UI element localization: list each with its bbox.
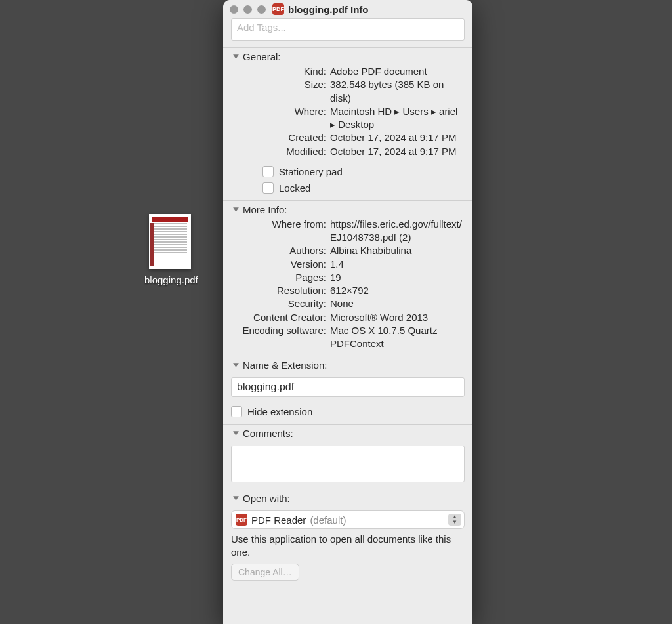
section-header-general[interactable]: General: [223,48,472,65]
label-content-creator: Content Creator: [231,311,326,324]
filename-value: blogging.pdf [237,381,294,393]
value-security: None [330,297,465,310]
open-with-app: PDF Reader [251,514,306,526]
value-version: 1.4 [330,258,465,271]
value-resolution: 612×792 [330,284,465,297]
value-authors: Albina Khabibulina [330,244,465,257]
more-info-grid: Where from: https://files.eric.ed.gov/fu… [223,218,472,356]
stationery-label: Stationery pad [279,166,343,177]
value-kind: Adobe PDF document [330,65,465,78]
label-size: Size: [231,78,326,105]
chevron-down-icon [231,361,240,370]
open-with-select[interactable]: PDF PDF Reader (default) ▲▼ [231,510,465,529]
value-created: October 17, 2024 at 9:17 PM [330,131,465,144]
value-modified: October 17, 2024 at 9:17 PM [330,145,465,158]
section-title: Open with: [243,493,290,504]
label-modified: Modified: [231,145,326,158]
tags-placeholder: Add Tags... [237,22,286,33]
value-pages: 19 [330,271,465,284]
svg-marker-1 [233,207,239,212]
minimize-button[interactable] [243,5,252,14]
desktop-file[interactable]: blogging.pdf [144,214,196,285]
pdf-icon: PDF [236,514,247,526]
titlebar[interactable]: PDF blogging.pdf Info [223,0,472,18]
open-with-note: Use this application to open all documen… [223,533,472,564]
info-window: PDF blogging.pdf Info Add Tags... Genera… [223,0,472,624]
section-header-comments[interactable]: Comments: [223,425,472,442]
hide-ext-row: Hide extension [223,404,472,424]
section-header-name-ext[interactable]: Name & Extension: [223,356,472,373]
locked-row: Locked [223,180,472,200]
section-title: General: [243,51,281,62]
label-security: Security: [231,297,326,310]
section-title: Name & Extension: [243,360,327,371]
general-grid: Kind: Adobe PDF document Size: 382,548 b… [223,65,472,163]
chevron-down-icon [231,205,240,214]
locked-checkbox[interactable] [262,182,274,194]
section-header-more-info[interactable]: More Info: [223,201,472,218]
section-open-with: Open with: PDF PDF Reader (default) ▲▼ U… [223,489,472,587]
svg-marker-3 [233,431,239,436]
section-more-info: More Info: Where from: https://files.eri… [223,200,472,356]
chevron-down-icon [231,429,240,438]
window-title: blogging.pdf Info [288,4,368,15]
close-button[interactable] [230,5,238,14]
label-kind: Kind: [231,65,326,78]
section-general: General: Kind: Adobe PDF document Size: … [223,47,472,200]
label-authors: Authors: [231,244,326,257]
svg-marker-0 [233,54,239,59]
tags-input[interactable]: Add Tags... [231,18,465,41]
window-controls [230,5,266,14]
svg-marker-4 [233,496,239,501]
label-encoding: Encoding software: [231,324,326,351]
chevron-down-icon [231,52,240,62]
label-pages: Pages: [231,271,326,284]
value-size: 382,548 bytes (385 KB on disk) [330,78,465,105]
value-where: Macintosh HD ▸ Users ▸ ariel ▸ Desktop [330,105,465,132]
pdf-thumbnail [149,214,191,269]
locked-label: Locked [279,182,310,194]
label-version: Version: [231,258,326,271]
desktop-file-label: blogging.pdf [144,274,196,285]
filename-input[interactable]: blogging.pdf [231,377,465,397]
stationery-row: Stationery pad [223,163,472,180]
open-with-default: (default) [310,514,346,526]
label-where-from: Where from: [231,218,326,245]
section-title: More Info: [243,204,287,215]
value-encoding: Mac OS X 10.7.5 Quartz PDFContext [330,324,465,351]
section-name-ext: Name & Extension: blogging.pdf Hide exte… [223,356,472,424]
label-resolution: Resolution: [231,284,326,297]
section-comments: Comments: [223,424,472,489]
zoom-button[interactable] [257,5,266,14]
pdf-icon: PDF [272,3,284,15]
svg-marker-2 [233,363,239,367]
stationery-checkbox[interactable] [262,166,274,177]
chevron-down-icon [231,494,240,503]
hide-ext-checkbox[interactable] [231,406,242,417]
change-all-button[interactable]: Change All… [231,564,299,581]
section-title: Comments: [243,428,293,439]
value-where-from: https://files.eric.ed.gov/fulltext/EJ104… [330,218,465,245]
value-content-creator: Microsoft® Word 2013 [330,311,465,324]
comments-input[interactable] [231,446,465,482]
hide-ext-label: Hide extension [247,406,312,417]
updown-icon: ▲▼ [448,514,461,526]
section-header-open-with[interactable]: Open with: [223,489,472,507]
label-where: Where: [231,105,326,132]
label-created: Created: [231,131,326,144]
